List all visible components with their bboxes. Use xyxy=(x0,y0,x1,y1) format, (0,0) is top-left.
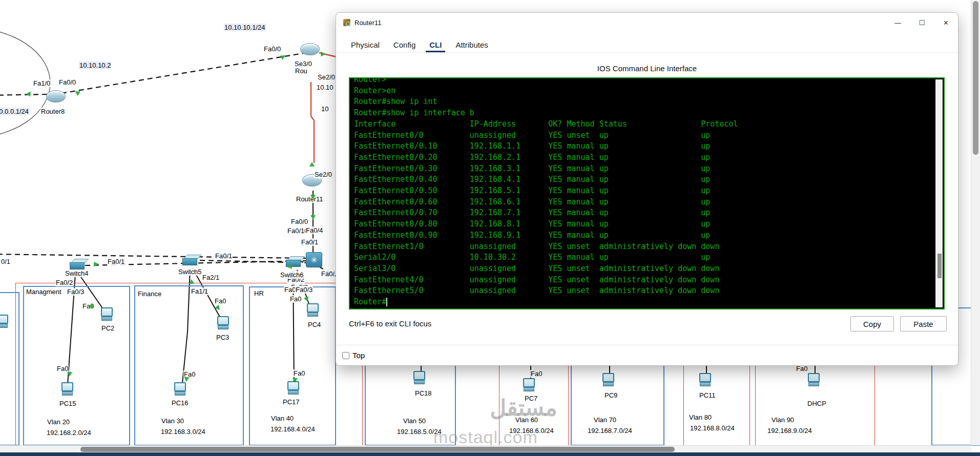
topology-label: PC17 xyxy=(282,398,300,406)
maximize-button[interactable]: ☐ xyxy=(910,13,934,32)
device-pc3[interactable] xyxy=(216,316,230,329)
topology-label: Fa0 xyxy=(289,295,302,303)
topology-label: Se3/0 xyxy=(294,60,312,68)
topology-label: Fa0/1 xyxy=(107,258,125,265)
topology-label: Se2/0 xyxy=(317,73,336,81)
topology-label: Se2/0 xyxy=(314,171,332,178)
cli-terminal[interactable]: Router> Router>en Router#show ip int Rou… xyxy=(349,77,945,309)
watermark-arabic: مستقل xyxy=(488,395,559,421)
horizontal-scrollbar-thumb[interactable] xyxy=(80,447,675,452)
topology-label: 10.0.0.1/24 xyxy=(0,108,29,115)
topology-label: Switch6 xyxy=(280,271,304,279)
link-line-dash xyxy=(0,94,49,95)
horizontal-scrollbar[interactable] xyxy=(0,445,971,453)
vertical-scrollbar-thumb[interactable] xyxy=(973,1,978,155)
dialog-separator xyxy=(336,345,958,345)
topology-label: Fa0/4 xyxy=(305,226,323,234)
topology-label: PC18 xyxy=(414,389,432,397)
topology-label: 192.168.7.0/24 xyxy=(587,427,633,434)
topology-label: Rou xyxy=(295,67,308,75)
minimize-button[interactable]: — xyxy=(886,13,910,32)
topology-label: Fa0 xyxy=(796,365,808,372)
watermark-latin: mostaql.com xyxy=(433,427,538,447)
link-status-triangle xyxy=(94,261,99,267)
device-core-switch[interactable]: ✳ xyxy=(306,252,322,267)
topology-label: Vlan 20 xyxy=(47,418,70,426)
terminal-scrollbar-thumb[interactable] xyxy=(937,254,942,278)
topology-label: PC9 xyxy=(604,391,618,399)
router11-dialog: Router11 — ☐ ✕ Physical Config CLI Attri… xyxy=(336,12,958,366)
topology-label: Fa0/0 xyxy=(263,45,281,53)
device-pc11[interactable] xyxy=(698,373,712,386)
topology-label: Vlan 80 xyxy=(689,413,712,421)
bottom-toolbar-strip xyxy=(0,452,980,456)
copy-button[interactable]: Copy xyxy=(850,316,894,331)
topology-label: Fa1/0 xyxy=(33,79,51,87)
topology-label: Switch4 xyxy=(65,270,89,277)
topology-label: Fa0/0 xyxy=(290,218,308,225)
topology-label: 0/1 xyxy=(1,258,11,265)
topology-label: Vlan 40 xyxy=(270,414,294,422)
link-status-triangle xyxy=(287,264,292,270)
cli-focus-hint: Ctrl+F6 to exit CLI focus xyxy=(349,319,431,328)
link-status-triangle xyxy=(293,378,298,383)
device-pc7[interactable] xyxy=(522,378,536,391)
link-status-triangle xyxy=(321,52,326,57)
topology-label: 192.168.9.0/24 xyxy=(767,427,812,434)
device-switch4[interactable] xyxy=(70,259,86,269)
topology-label: 192.168.4.0/24 xyxy=(270,425,316,433)
link-line-red xyxy=(311,116,314,120)
topology-label: Finance xyxy=(137,290,162,298)
topology-label: 10.10 xyxy=(316,84,334,91)
vlan-box xyxy=(134,285,244,446)
topology-label: PC15 xyxy=(59,400,77,407)
topology-label: Fa0/1 xyxy=(215,252,233,260)
tab-physical[interactable]: Physical xyxy=(347,39,383,52)
device-inspect-icon xyxy=(343,19,350,26)
vertical-scrollbar[interactable] xyxy=(971,0,980,445)
device-pc2[interactable] xyxy=(99,307,114,321)
top-checkbox-label: Top xyxy=(352,351,365,360)
device-pc17[interactable] xyxy=(286,381,300,395)
vlan-box xyxy=(23,286,130,446)
link-status-triangle xyxy=(310,195,316,199)
topology-label: Fa0 xyxy=(293,369,305,377)
topology-label: PC4 xyxy=(307,321,321,328)
tab-attributes[interactable]: Attributes xyxy=(452,39,491,52)
topology-label: Fa0/3 xyxy=(67,288,85,296)
link-status-triangle xyxy=(309,162,315,167)
topology-label: Fa2/1 xyxy=(202,274,220,281)
close-button[interactable]: ✕ xyxy=(934,13,958,32)
topology-label: Vlan 90 xyxy=(771,416,795,424)
topology-label: Fa0/0 xyxy=(58,78,76,86)
topology-label: Fa1/1 xyxy=(191,287,208,295)
device-pc16[interactable] xyxy=(173,382,187,396)
device-pc4[interactable] xyxy=(305,303,320,317)
topology-label: PC16 xyxy=(171,399,189,407)
device-router-top[interactable] xyxy=(300,43,320,55)
link-status-triangle xyxy=(310,215,316,220)
device-pc9[interactable] xyxy=(601,373,615,386)
paste-button[interactable]: Paste xyxy=(900,316,947,331)
topology-label: Fa0/ xyxy=(321,270,335,278)
topology-label: 10.10.10.1/24 xyxy=(224,24,266,31)
tab-config[interactable]: Config xyxy=(390,39,419,52)
topology-label: PC11 xyxy=(699,391,716,399)
topology-label: Fa0/2 xyxy=(55,279,73,286)
tab-bar: Physical Config CLI Attributes xyxy=(336,39,958,53)
device-pc18[interactable] xyxy=(412,371,426,384)
topology-label: Switch5 xyxy=(178,268,202,276)
device-dhcp-server[interactable] xyxy=(806,373,821,386)
terminal-scrollbar[interactable] xyxy=(935,79,943,307)
device-pc-left[interactable] xyxy=(0,315,9,328)
device-pc15[interactable] xyxy=(60,382,74,396)
topology-label: Managment xyxy=(26,288,62,296)
top-checkbox[interactable] xyxy=(342,352,349,359)
topology-label: Router11 xyxy=(296,195,324,203)
topology-label: Fa0 xyxy=(214,297,226,305)
tab-cli[interactable]: CLI xyxy=(426,39,445,52)
link-status-triangle xyxy=(26,92,31,97)
device-router8[interactable] xyxy=(46,90,66,102)
dialog-titlebar[interactable]: Router11 — ☐ ✕ xyxy=(336,13,958,32)
device-switch5[interactable] xyxy=(182,255,199,265)
